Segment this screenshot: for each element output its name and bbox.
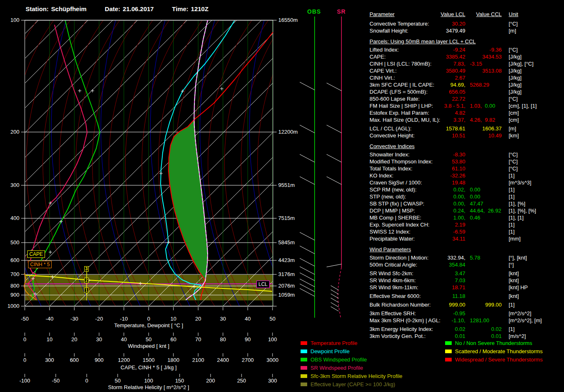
srh-tick-label: -50: [52, 378, 60, 384]
row-value-lcl: -32.26: [370, 172, 465, 179]
row-value-lcl: 332.94,: [370, 255, 465, 261]
table-row: DCAPE (LFS = 500mB):656.05[J/kg]: [370, 89, 562, 96]
row-unit: [°C]: [509, 158, 518, 165]
sr-wind-barb: [327, 125, 341, 133]
table-row: CINH Virt.:2.67[J/kg]: [370, 75, 562, 82]
table-row: Lifted Index:-9.24-9.36[°C]: [370, 47, 562, 54]
km-height-marker: 1: [84, 288, 89, 293]
table-row: MB Comp | SHERBE:1.00,0.46[1], [1]: [370, 215, 562, 222]
legend-label: No / Non Severe Thunderstorms: [455, 340, 532, 346]
obs-wind-barb: [300, 125, 315, 133]
temperature-tick-label: 40: [245, 316, 251, 322]
row-value-lcl: 0.24,: [370, 208, 465, 214]
temperature-tick-label: -20: [95, 316, 103, 322]
windspeed-tick-label: 80: [220, 336, 226, 342]
obs-windspeed-profile: [32, 21, 100, 300]
row-value-lcl: 53.80: [370, 158, 465, 165]
table-row: SR Wind 4km-6km:7.03[knt]: [370, 277, 562, 284]
profile-legend-item: SR Windspeed Profile: [301, 364, 403, 372]
windspeed-tick-label: 70: [195, 336, 201, 342]
sounding-analysis-window: Station:Schüpfheim Date:21.06.2017 Time:…: [0, 0, 564, 392]
temperature-tick-label: 20: [195, 316, 201, 322]
row-unit: [J/kg]: [509, 75, 521, 81]
table-row: CAPE Virt.:3580.493513.08[J/kg]: [370, 68, 562, 75]
obs-wind-barb: [300, 82, 315, 90]
obs-wind-barb: [300, 267, 315, 274]
legend-swatch-icon: [301, 358, 307, 361]
legend-swatch-icon: [301, 341, 307, 345]
legend-label: Dewpoint Profile: [310, 348, 350, 354]
effective-layer-band: [25, 275, 273, 300]
legend-swatch-icon: [301, 374, 307, 378]
table-row: Effective Shear 6000:11.18[knt]: [370, 293, 562, 300]
pressure-tick-label: 200: [10, 129, 19, 135]
profile-legend: Temperature ProfileDewpoint ProfileOBS W…: [301, 339, 403, 388]
row-unit: [knt] HP: [509, 284, 528, 290]
table-row: Bulk Richardson Number:999.00999.00[1]: [370, 302, 562, 309]
obs-wind-column: [300, 17, 315, 318]
cape-tick-label: 900: [95, 357, 104, 363]
pressure-tick-label: 600: [10, 257, 19, 263]
table-section-title: Parcels: Using 50mB mean layer LCL + CCL: [370, 38, 562, 45]
sr-wind-barb: [327, 264, 341, 267]
temperature-tick-label: -50: [21, 316, 29, 322]
legend-swatch-icon: [445, 341, 452, 345]
row-value-lcl: 3.47: [370, 270, 465, 276]
srh-tick-label: 0: [85, 378, 88, 384]
pressure-tick-label: 500: [10, 239, 19, 246]
legend-swatch-icon: [301, 349, 307, 353]
srh-axis-title: Storm Relative Helicity [ m^2/s^2 ]: [25, 384, 273, 390]
profile-legend-item: Dewpoint Profile: [301, 347, 403, 355]
row-unit: [1], [%]: [509, 201, 525, 207]
cape-tick-label: 2100: [192, 357, 204, 363]
table-row: 3km Energy Helicity Index:0.020.02[1]: [370, 326, 562, 333]
row-unit: [knt]: [509, 270, 519, 276]
srh-tick-label: -100: [19, 378, 30, 384]
altitude-label: 2076m: [278, 283, 295, 289]
temperature-axis-title: Temperature, Dewpoint [ °C ]: [25, 322, 273, 328]
severity-legend-item: Widespread / Severe Thunderstorms: [445, 355, 543, 364]
table-row: Max 3km SRH (0-2km) | AGL:-1.10,1281.00[…: [370, 317, 562, 324]
row-value-ccl: 1606.37: [370, 125, 502, 132]
row-value-lcl: 0.02,: [370, 187, 465, 193]
row-value-lcl: 18.71: [370, 284, 465, 290]
srh-tick-label: 250: [237, 378, 246, 384]
legend-swatch-icon: [445, 358, 452, 361]
obs-wind-column-label: OBS: [307, 8, 321, 15]
profile-legend-item: Temperature Profile: [301, 339, 403, 347]
legend-label: OBS Windspeed Profile: [310, 357, 367, 363]
severity-legend: No / Non Severe ThunderstormsScattered /…: [445, 339, 543, 364]
table-row: Craven SigSvr / 1000:19.48[m^3/s^3]: [370, 179, 562, 187]
row-value-lcl: 4.82: [370, 110, 465, 116]
row-value-lcl: -1.10,: [370, 317, 465, 324]
row-unit: [°C]: [509, 21, 518, 27]
parameter-table: Parameter Value LCL Value CCL Unit Conve…: [370, 11, 562, 340]
row-value-lcl: 3479.49: [370, 28, 465, 34]
windspeed-axis: 0102030405060708090100: [23, 333, 277, 342]
row-unit: [mm]: [509, 236, 521, 242]
obs-wind-barb: [300, 273, 315, 281]
temperature-tick-label: 10: [171, 316, 176, 322]
cape-box-label: CAPE: [27, 250, 45, 258]
row-value-lcl: 2.19: [370, 222, 465, 228]
srh-tick-label: 200: [206, 378, 215, 384]
profile-legend-item: OBS Windspeed Profile: [301, 355, 403, 364]
srh-tick-label: 50: [115, 378, 121, 384]
srh-tick-label: 300: [268, 378, 277, 384]
row-value-lcl: 1.00,: [370, 215, 465, 221]
table-row: Modified Thompson Index:53.80[°C]: [370, 158, 562, 165]
table-row: DCP | MMP | MSP:0.24,44.64, 26.92[1], [%…: [370, 208, 562, 215]
table-row: 3km SFC CAPE | IL CAPE:94.69,5268.29[J/k…: [370, 82, 562, 89]
obs-wind-barb: [300, 177, 315, 184]
row-value-lcl: 0.00,: [370, 201, 465, 207]
row-unit: [°C]: [509, 151, 518, 158]
row-unit: [°C]: [509, 47, 518, 53]
windspeed-tick-label: 60: [171, 336, 176, 342]
obs-wind-barb: [300, 258, 315, 266]
table-row: Max. Hail Size (OLD, MU, IL):3.37,4.26, …: [370, 117, 562, 124]
row-value-lcl: -6.59: [370, 229, 465, 235]
profile-legend-item: Effective Layer (CAPE >= 100 J/kg): [301, 380, 403, 388]
table-row: 3km Effective SRH:-0.95[m^2/s^2]: [370, 310, 562, 317]
row-value-lcl: 354.84: [370, 262, 465, 268]
row-value-ccl: 0.01: [370, 333, 502, 339]
